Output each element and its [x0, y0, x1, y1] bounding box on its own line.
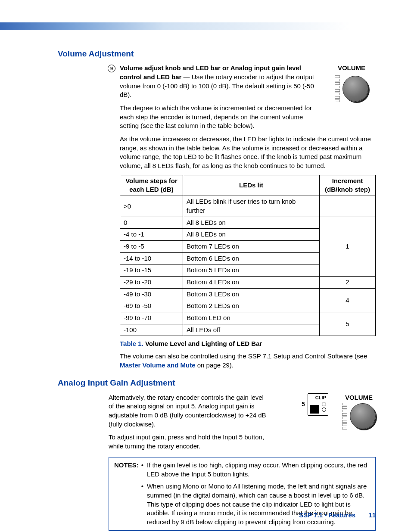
footer-text: SSP 7.1 • Features [299, 511, 355, 519]
para-vol-step: The degree to which the volume is increm… [120, 104, 318, 131]
th-increment: Increment (dB/knob step) [320, 175, 376, 196]
para-analog-1: Alternatively, the rotary encoder contro… [109, 393, 268, 429]
volume-knob-icon [342, 76, 368, 102]
volume-knob-icon-2 [350, 403, 376, 429]
table-row: >0 All LEDs blink if user tries to turn … [120, 196, 376, 217]
page-content: Volume Adjustment VOLUME 9 Volume adjust… [58, 48, 376, 531]
led-bar-2 [342, 403, 347, 429]
figure-volume-knob-1: VOLUME [330, 64, 373, 102]
para-analog-2: To adjust input gain, press and hold the… [109, 433, 268, 451]
bullet-icon: • [141, 482, 143, 526]
heading-volume-adjustment: Volume Adjustment [58, 48, 376, 59]
signal-led-icon [322, 408, 326, 412]
page-footer: SSP 7.1 • Features 11 [299, 511, 376, 520]
table-row: -49 to -30 Bottom 3 LEDs on 4 [120, 288, 376, 300]
clip-label: CLIP [310, 395, 326, 401]
callout-9-icon: 9 [108, 65, 115, 72]
notes-label: NOTES: [114, 461, 139, 470]
figure-input5-volume: 5 CLIP [302, 393, 376, 430]
volume-led-table: Volume steps for each LED (dB) LEDs lit … [120, 175, 376, 336]
table-row: 0 All 8 LEDs on 1 [120, 217, 376, 229]
clip-led-icon [322, 402, 326, 406]
header-gradient-bar [0, 22, 411, 30]
input-5-panel: CLIP [308, 393, 328, 416]
th-leds: LEDs lit [183, 175, 320, 196]
para-after-table: The volume can also be controlled using … [120, 352, 376, 370]
para-vol-intro: Volume adjust knob and LED bar or Analog… [120, 64, 318, 100]
heading-analog-gain: Analog Input Gain Adjustment [58, 377, 376, 389]
input-5-label: 5 [302, 400, 305, 408]
led-bar-1 [335, 75, 340, 102]
table-row: -99 to -70 Bottom LED on 5 [120, 312, 376, 324]
list-item: • When using Mono or Mono to All listeni… [141, 482, 370, 526]
note-text-2: When using Mono or Mono to All listening… [147, 482, 370, 526]
bullet-icon: • [141, 461, 143, 479]
list-item: • If the gain level is too high, clippin… [141, 461, 370, 479]
th-steps: Volume steps for each LED (dB) [120, 175, 183, 196]
table-row: -29 to -20 Bottom 4 LEDs on 2 [120, 276, 376, 288]
volume-label-1: VOLUME [330, 64, 373, 73]
note-text-1: If the gain level is too high, clipping … [147, 461, 370, 479]
link-master-volume[interactable]: Master Volume and Mute [120, 361, 196, 369]
para-vol-ledinfo: As the volume increases or decreases, th… [120, 135, 376, 171]
footer-page-number: 11 [368, 511, 376, 519]
input-5-button-icon [310, 405, 319, 414]
volume-label-2: VOLUME [345, 393, 373, 402]
table-caption: Table 1. Volume Level and Lighting of LE… [120, 339, 376, 348]
